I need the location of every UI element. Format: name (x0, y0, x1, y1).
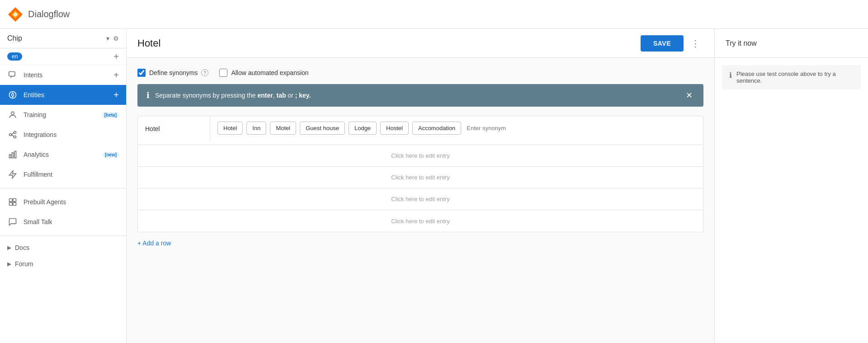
analytics-icon (7, 150, 18, 159)
empty-row-1[interactable]: Click here to edit entry (138, 145, 703, 167)
sidebar-item-analytics[interactable]: Analytics [new] (0, 145, 126, 164)
empty-row-2[interactable]: Click here to edit entry (138, 167, 703, 188)
empty-row-text-4: Click here to edit entry (391, 218, 449, 225)
sidebar-item-small-talk[interactable]: Small Talk (0, 212, 126, 232)
content-body: Define synonyms ? Allow automated expans… (127, 58, 714, 343)
empty-row-text-1: Click here to edit entry (391, 152, 449, 159)
info-banner-close-button[interactable]: ✕ (684, 90, 694, 100)
info-card-text: Please use test console above to try a s… (736, 70, 854, 84)
svg-point-6 (9, 134, 12, 136)
allow-automated-expansion-label[interactable]: Allow automated expansion (219, 69, 308, 77)
controls-row: Define synonyms ? Allow automated expans… (137, 69, 703, 77)
sidebar-item-label-docs: Docs (15, 244, 29, 251)
fulfillment-icon (7, 170, 18, 179)
svg-marker-14 (9, 171, 16, 179)
sidebar: Chip ▾ ⚙ en + Intents + (0, 29, 127, 343)
add-row-button[interactable]: + Add a row (137, 232, 171, 254)
svg-rect-12 (12, 153, 13, 158)
dropdown-arrow-icon[interactable]: ▾ (106, 35, 109, 42)
empty-row-3[interactable]: Click here to edit entry (138, 188, 703, 210)
prebuilt-icon (7, 197, 18, 207)
empty-row-text-2: Click here to edit entry (391, 174, 449, 181)
sidebar-item-fulfillment[interactable]: Fulfillment (0, 164, 126, 184)
allow-automated-expansion-text: Allow automated expansion (231, 69, 308, 76)
svg-point-8 (14, 136, 16, 138)
synonym-chip-guest-house[interactable]: Guest house (300, 122, 345, 135)
sidebar-divider-2 (0, 235, 126, 236)
define-synonyms-help-icon[interactable]: ? (201, 69, 208, 76)
logo-area: Dialogflow (7, 6, 134, 23)
synonym-chip-motel[interactable]: Motel (270, 122, 296, 135)
page-title: Hotel (137, 38, 641, 49)
define-synonyms-checkbox[interactable] (137, 69, 146, 77)
sidebar-item-label-analytics: Analytics (24, 151, 101, 158)
sidebar-item-prebuilt-agents[interactable]: Prebuilt Agents (0, 192, 126, 212)
synonym-chip-lodge[interactable]: Lodge (349, 122, 377, 135)
define-synonyms-text: Define synonyms (149, 69, 198, 76)
more-options-button[interactable]: ⋮ (687, 34, 703, 52)
add-intent-icon[interactable]: + (113, 70, 119, 80)
sidebar-item-entities[interactable]: Entities + (0, 85, 126, 105)
forum-expand-arrow-icon: ▶ (7, 261, 11, 267)
svg-rect-15 (9, 199, 13, 202)
main-layout: Chip ▾ ⚙ en + Intents + (0, 29, 868, 343)
empty-row-4[interactable]: Click here to edit entry (138, 210, 703, 232)
svg-line-10 (12, 135, 14, 136)
svg-point-5 (11, 112, 14, 115)
svg-rect-16 (13, 199, 16, 202)
synonym-chip-hotel[interactable]: Hotel (217, 122, 243, 135)
svg-line-9 (12, 133, 14, 135)
content-area: Hotel SAVE ⋮ Define synonyms ? Allow aut… (127, 29, 714, 343)
info-banner: ℹ Separate synonyms by pressing the ente… (137, 84, 703, 107)
logo-icon (7, 6, 24, 23)
svg-rect-3 (9, 72, 15, 76)
info-circle-icon: ℹ (146, 90, 150, 100)
beta-badge: [beta] (102, 112, 119, 118)
synonym-chip-inn[interactable]: Inn (246, 122, 266, 135)
language-badge[interactable]: en (7, 52, 22, 61)
sidebar-item-integrations[interactable]: Integrations (0, 125, 126, 145)
sidebar-item-docs[interactable]: ▶ Docs (0, 240, 126, 256)
sidebar-header: Chip ▾ ⚙ (0, 29, 126, 48)
info-card: ℹ Please use test console above to try a… (722, 65, 861, 89)
synonym-chip-accomodation[interactable]: Accomodation (412, 122, 461, 135)
entity-name-cell: Hotel (138, 116, 210, 141)
entity-synonyms-cell: Hotel Inn Motel Guest house Lodge Hostel… (210, 116, 703, 140)
svg-rect-17 (9, 202, 13, 206)
define-synonyms-label[interactable]: Define synonyms ? (137, 69, 208, 77)
svg-rect-11 (9, 155, 11, 158)
add-language-icon[interactable]: + (113, 52, 119, 61)
synonym-chip-hostel[interactable]: Hostel (380, 122, 409, 135)
topbar: Dialogflow (0, 0, 868, 29)
app-name: Dialogflow (28, 9, 70, 19)
sidebar-item-label-integrations: Integrations (24, 131, 119, 138)
svg-point-7 (14, 132, 16, 134)
allow-automated-expansion-checkbox[interactable] (219, 69, 227, 77)
sidebar-item-training[interactable]: Training [beta] (0, 105, 126, 125)
settings-gear-icon[interactable]: ⚙ (113, 35, 119, 42)
right-panel: Try it now ℹ Please use test console abo… (714, 29, 868, 343)
language-row: en + (0, 48, 126, 65)
empty-row-text-3: Click here to edit entry (391, 196, 449, 202)
small-talk-icon (7, 217, 18, 226)
sidebar-item-label-prebuilt: Prebuilt Agents (24, 198, 119, 206)
sidebar-item-intents[interactable]: Intents + (0, 65, 126, 85)
sidebar-item-label-forum: Forum (15, 260, 33, 268)
sidebar-item-forum[interactable]: ▶ Forum (0, 256, 126, 272)
add-entity-icon[interactable]: + (113, 90, 119, 99)
synonym-input[interactable] (465, 122, 544, 134)
save-button[interactable]: SAVE (641, 35, 684, 52)
svg-rect-18 (13, 202, 16, 206)
sidebar-divider-1 (0, 188, 126, 188)
entity-table: Hotel Hotel Inn Motel Guest house Lodge … (137, 116, 703, 232)
new-badge: [new] (103, 152, 119, 158)
docs-expand-arrow-icon: ▶ (7, 244, 11, 251)
sidebar-item-label-intents: Intents (24, 71, 113, 79)
integrations-icon (7, 130, 18, 139)
content-topbar: Hotel SAVE ⋮ (127, 29, 714, 58)
entities-icon (7, 90, 18, 99)
sidebar-chip-label: Chip (7, 34, 106, 42)
training-icon (7, 110, 18, 119)
table-row: Hotel Hotel Inn Motel Guest house Lodge … (138, 116, 703, 145)
info-banner-text: Separate synonyms by pressing the enter,… (155, 92, 684, 99)
